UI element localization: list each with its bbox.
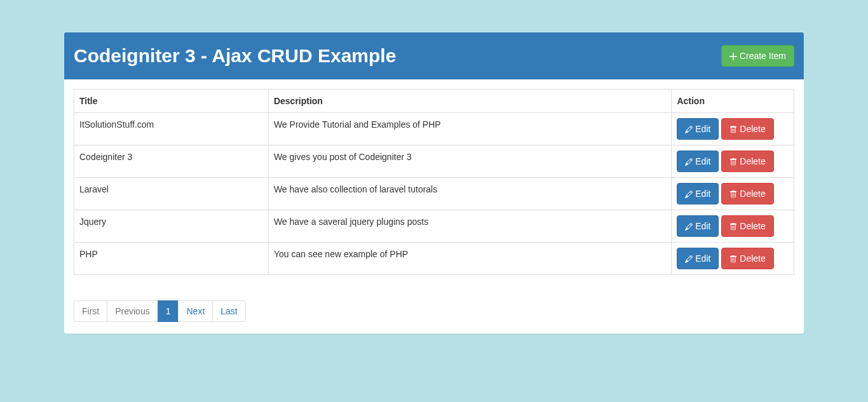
edit-button[interactable]: Edit (677, 118, 719, 140)
edit-label: Edit (695, 253, 710, 264)
table-row: PHPYou can see new example of PHP Edit D… (74, 243, 794, 275)
trash-icon (729, 158, 737, 166)
table-row: JqueryWe have a saveral jquery plugins p… (74, 210, 794, 243)
items-table: Title Description Action ItSolutionStuff… (74, 89, 794, 275)
pencil-icon (685, 126, 693, 133)
cell-title: Jquery (74, 210, 269, 243)
edit-label: Edit (695, 124, 710, 134)
panel-heading: Codeigniter 3 - Ajax CRUD Example Create… (64, 32, 804, 79)
cell-title: PHP (74, 243, 269, 275)
edit-label: Edit (695, 221, 710, 231)
delete-label: Delete (740, 221, 765, 231)
main-panel: Codeigniter 3 - Ajax CRUD Example Create… (64, 32, 804, 334)
delete-label: Delete (740, 189, 765, 199)
cell-description: We have a saveral jquery plugins posts (268, 210, 671, 243)
trash-icon (729, 255, 737, 263)
create-item-label: Create Item (740, 51, 786, 61)
col-header-description: Description (268, 90, 671, 113)
edit-label: Edit (695, 156, 710, 166)
create-item-button[interactable]: Create Item (721, 45, 794, 67)
edit-label: Edit (695, 189, 710, 199)
pencil-icon (685, 158, 693, 166)
delete-label: Delete (740, 124, 765, 134)
delete-label: Delete (740, 156, 765, 166)
trash-icon (729, 223, 737, 231)
pencil-icon (685, 191, 693, 198)
cell-action: Edit Delete (672, 145, 794, 178)
delete-button[interactable]: Delete (721, 183, 773, 204)
table-row: LaravelWe have also collection of larave… (74, 178, 794, 210)
trash-icon (729, 126, 737, 133)
cell-description: You can see new example of PHP (268, 243, 671, 275)
cell-description: We have also collection of laravel tutor… (268, 178, 671, 210)
cell-title: Laravel (74, 178, 269, 210)
table-row: Codeigniter 3We gives you post of Codeig… (74, 145, 794, 178)
cell-title: Codeigniter 3 (74, 145, 269, 178)
delete-button[interactable]: Delete (721, 151, 773, 172)
page-title: Codeigniter 3 - Ajax CRUD Example (74, 45, 396, 67)
delete-button[interactable]: Delete (721, 215, 773, 237)
edit-button[interactable]: Edit (677, 215, 719, 237)
table-header-row: Title Description Action (74, 90, 794, 113)
pencil-icon (685, 255, 693, 263)
trash-icon (729, 191, 737, 198)
delete-button[interactable]: Delete (721, 248, 773, 269)
pagination: First Previous 1 Next Last (74, 300, 246, 322)
cell-action: Edit Delete (672, 210, 794, 243)
col-header-title: Title (74, 90, 269, 113)
cell-action: Edit Delete (672, 178, 794, 210)
panel-body: Title Description Action ItSolutionStuff… (64, 79, 804, 333)
edit-button[interactable]: Edit (677, 183, 719, 204)
edit-button[interactable]: Edit (677, 151, 719, 172)
cell-title: ItSolutionStuff.com (74, 113, 269, 145)
plus-icon (729, 53, 737, 60)
col-header-action: Action (672, 90, 794, 113)
delete-button[interactable]: Delete (721, 118, 773, 140)
cell-description: We Provide Tutorial and Examples of PHP (268, 113, 671, 145)
cell-description: We gives you post of Codeigniter 3 (268, 145, 671, 178)
cell-action: Edit Delete (672, 243, 794, 275)
delete-label: Delete (740, 253, 765, 264)
cell-action: Edit Delete (672, 113, 794, 145)
table-row: ItSolutionStuff.comWe Provide Tutorial a… (74, 113, 794, 145)
pencil-icon (685, 223, 693, 231)
edit-button[interactable]: Edit (677, 248, 719, 269)
